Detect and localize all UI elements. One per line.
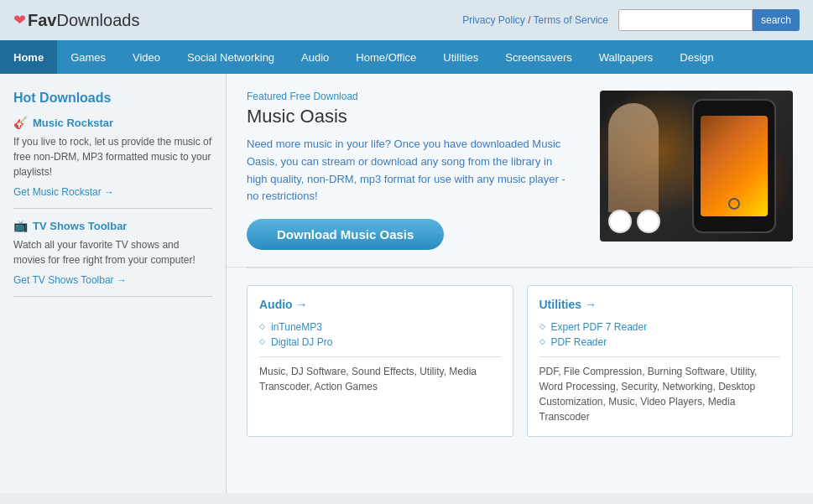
logo-heart-icon: ❤ <box>13 11 26 29</box>
search-input[interactable] <box>618 9 753 31</box>
woman-silhouette <box>608 103 659 212</box>
sidebar-title: Hot Downloads <box>13 91 212 106</box>
tv-shows-icon: 📺 <box>13 219 28 232</box>
audio-panel-tags: Music, DJ Software, Sound Effects, Utili… <box>259 364 501 394</box>
sidebar-divider-2 <box>13 296 212 297</box>
audio-list-item-2: Digital DJ Pro <box>259 336 501 348</box>
utilities-list-item-1: Expert PDF 7 Reader <box>539 321 781 333</box>
nav-item-design[interactable]: Design <box>666 40 727 74</box>
sidebar-divider-1 <box>13 208 212 209</box>
terms-link[interactable]: Terms of Service <box>534 14 608 26</box>
navigation: Home Games Video Social Networking Audio… <box>0 40 813 74</box>
nav-item-wallpapers[interactable]: Wallpapers <box>586 40 667 74</box>
nav-item-screensavers[interactable]: Screensavers <box>492 40 585 74</box>
logo: ❤ FavDownloads <box>13 11 139 30</box>
sidebar-item-tv-shows: 📺 TV Shows Toolbar <box>13 219 212 232</box>
audio-panel-list: inTuneMP3 Digital DJ Pro <box>259 321 501 348</box>
tv-shows-desc: Watch all your favorite TV shows and mov… <box>13 237 212 268</box>
music-rockstar-title: Music Rockstar <box>33 117 113 129</box>
featured-highlight-label: Free Download <box>289 91 357 102</box>
panels-section: Audio → inTuneMP3 Digital DJ Pro Music, … <box>227 268 813 454</box>
featured-image <box>600 91 793 242</box>
utilities-panel-title[interactable]: Utilities → <box>539 298 781 311</box>
nav-item-home[interactable]: Home <box>0 40 57 74</box>
tv-shows-title: TV Shows Toolbar <box>33 220 127 232</box>
speaker-right <box>637 210 660 233</box>
audio-panel-title[interactable]: Audio → <box>259 298 501 311</box>
phone-shape <box>692 99 776 233</box>
header-right: Privacy Policy / Terms of Service search <box>462 9 800 31</box>
audio-panel: Audio → inTuneMP3 Digital DJ Pro Music, … <box>247 285 513 437</box>
nav-item-games[interactable]: Games <box>57 40 119 74</box>
logo-text: FavDownloads <box>28 11 139 30</box>
main-content: Featured Free Download Music Oasis Need … <box>227 74 813 493</box>
featured-description: Need more music in your life? Once you h… <box>247 136 565 205</box>
logo-downloads: Downloads <box>56 11 139 29</box>
sidebar-item-music-rockstar: 🎸 Music Rockstar <box>13 116 212 129</box>
utilities-list-item-2: PDF Reader <box>539 336 781 348</box>
featured-content: Featured Free Download Music Oasis Need … <box>247 91 583 250</box>
phone-button <box>728 198 740 210</box>
utilities-panel-tags: PDF, File Compression, Burning Software,… <box>539 364 781 424</box>
music-rockstar-icon: 🎸 <box>13 116 28 129</box>
utilities-panel: Utilities → Expert PDF 7 Reader PDF Read… <box>527 285 794 437</box>
phone-screen <box>701 116 768 216</box>
nav-item-audio[interactable]: Audio <box>288 40 342 74</box>
featured-image-placeholder <box>600 91 793 242</box>
search-button[interactable]: search <box>753 9 800 31</box>
sidebar: Hot Downloads 🎸 Music Rockstar If you li… <box>0 74 227 493</box>
nav-item-video[interactable]: Video <box>119 40 174 74</box>
audio-panel-divider <box>259 356 501 357</box>
content-area: Hot Downloads 🎸 Music Rockstar If you li… <box>0 74 813 493</box>
nav-item-social-networking[interactable]: Social Networking <box>174 40 288 74</box>
get-tv-shows-link[interactable]: Get TV Shows Toolbar → <box>13 274 212 286</box>
speaker-left <box>608 210 632 233</box>
speakers <box>608 210 660 233</box>
featured-static-label: Featured <box>247 91 289 102</box>
utilities-panel-list: Expert PDF 7 Reader PDF Reader <box>539 321 781 348</box>
privacy-link[interactable]: Privacy Policy <box>462 14 525 26</box>
header: ❤ FavDownloads Privacy Policy / Terms of… <box>0 0 813 40</box>
header-links: Privacy Policy / Terms of Service <box>462 14 608 26</box>
get-music-rockstar-link[interactable]: Get Music Rockstar → <box>13 186 212 198</box>
utilities-panel-divider <box>539 356 781 357</box>
featured-section: Featured Free Download Music Oasis Need … <box>227 74 813 268</box>
featured-label: Featured Free Download <box>247 91 583 102</box>
music-rockstar-desc: If you live to rock, let us provide the … <box>13 134 212 179</box>
download-music-oasis-button[interactable]: Download Music Oasis <box>247 219 444 250</box>
nav-item-utilities[interactable]: Utilities <box>430 40 492 74</box>
featured-title: Music Oasis <box>247 106 583 127</box>
nav-item-home-office[interactable]: Home/Office <box>342 40 430 74</box>
logo-fav: Fav <box>28 11 56 29</box>
search-form: search <box>618 9 800 31</box>
link-separator: / <box>525 14 534 26</box>
audio-list-item-1: inTuneMP3 <box>259 321 501 333</box>
